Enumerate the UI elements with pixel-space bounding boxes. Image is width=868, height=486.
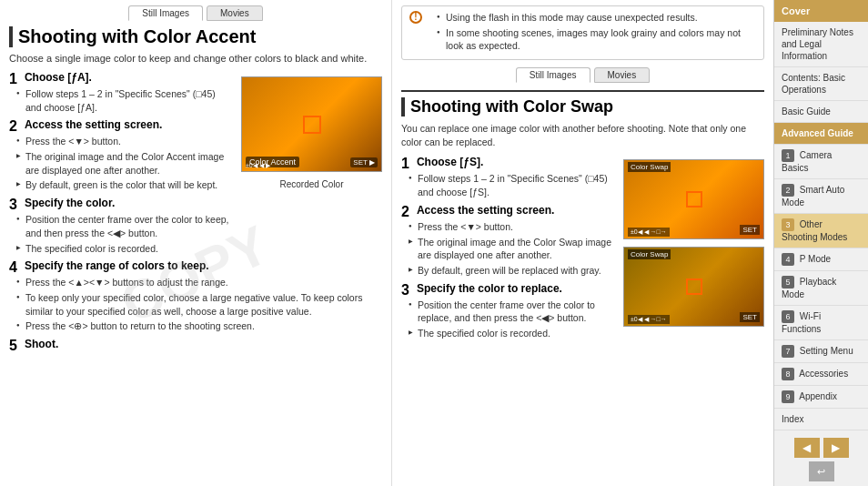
step-4-num: 4 bbox=[9, 259, 17, 276]
right-step-3-title: Specify the color to replace. bbox=[417, 282, 562, 295]
right-step-1-num: 1 bbox=[401, 156, 409, 172]
right-step-2: 2 Access the setting screen. Press the <… bbox=[401, 204, 614, 278]
step-3-bullet-1: Position the center frame over the color… bbox=[16, 213, 232, 239]
step-4-bullet-1: Press the <▲><▼> buttons to adjust the r… bbox=[16, 276, 382, 289]
sidebar-item-setting-menu[interactable]: 7 Setting Menu bbox=[774, 340, 868, 363]
right-step-2-bullet-1: Press the <▼> button. bbox=[409, 220, 614, 234]
right-step-1: 1 Choose [ƒS]. Follow steps 1 – 2 in "Sp… bbox=[401, 156, 614, 198]
sidebar-item-appendix[interactable]: 9 Appendix bbox=[774, 386, 868, 409]
step-2: 2 Access the setting screen. Press the <… bbox=[9, 118, 232, 192]
sidebar-label-accessories: Accessories bbox=[799, 369, 848, 379]
step-5-num: 5 bbox=[9, 338, 17, 354]
right-step-1-title: Choose [ƒS]. bbox=[417, 156, 483, 168]
right-step-2-arrows: The original image and the Color Swap im… bbox=[401, 236, 614, 278]
right-step-2-arrow-1: The original image and the Color Swap im… bbox=[409, 236, 614, 262]
sidebar-item-p-mode[interactable]: 4 P Mode bbox=[774, 248, 868, 271]
tab-movies-right[interactable]: Movies bbox=[594, 67, 651, 83]
sidebar-num-1: 1 bbox=[782, 149, 794, 162]
right-step-3-arrows: The specified color is recorded. bbox=[401, 327, 614, 340]
recorded-color-label: Recorded Color bbox=[279, 179, 343, 189]
right-step-1-bullets: Follow steps 1 – 2 in "Specific Scenes" … bbox=[401, 172, 614, 198]
set-badge-1: SET bbox=[740, 225, 760, 235]
set-badge-2: SET bbox=[740, 312, 760, 322]
nav-buttons: ◀ ▶ bbox=[794, 438, 849, 458]
sidebar-cover[interactable]: Cover bbox=[774, 0, 868, 22]
steps-text: 1 Choose [ƒA]. Follow steps 1 – 2 in "Sp… bbox=[9, 71, 232, 259]
sidebar-num-4: 4 bbox=[782, 253, 794, 266]
right-step-3-bullet-1: Position the center frame over the color… bbox=[409, 299, 614, 325]
step-3-arrows: The specified color is recorded. bbox=[9, 242, 232, 256]
sidebar-item-smart-auto[interactable]: 2 Smart Auto Mode bbox=[774, 179, 868, 214]
sidebar-item-wifi[interactable]: 6 Wi-Fi Functions bbox=[774, 306, 868, 340]
sidebar-num-8: 8 bbox=[782, 368, 794, 380]
page-title-left: Shooting with Color Accent bbox=[9, 26, 382, 47]
prev-page-button[interactable]: ◀ bbox=[794, 438, 820, 458]
right-tab-bar: Still Images Movies bbox=[401, 67, 764, 83]
sidebar-item-basic-guide[interactable]: Basic Guide bbox=[774, 101, 868, 123]
step-3-num: 3 bbox=[9, 197, 17, 213]
step-2-arrows: The original image and the Color Accent … bbox=[9, 150, 232, 192]
sidebar-item-contents[interactable]: Contents: Basic Operations bbox=[774, 67, 868, 101]
warning-bullet-2: In some shooting scenes, images may look… bbox=[437, 26, 756, 53]
image-controls: SET ▶ bbox=[350, 157, 378, 167]
sidebar-item-accessories[interactable]: 8 Accessories bbox=[774, 363, 868, 386]
steps-with-image: 1 Choose [ƒA]. Follow steps 1 – 2 in "Sp… bbox=[9, 71, 382, 259]
sidebar-label-setting-menu: Setting Menu bbox=[800, 346, 853, 356]
right-step-2-num: 2 bbox=[401, 204, 409, 220]
step-1: 1 Choose [ƒA]. Follow steps 1 – 2 in "Sp… bbox=[9, 71, 232, 114]
right-step-3-arrow-1: The specified color is recorded. bbox=[409, 327, 614, 340]
sidebar-num-9: 9 bbox=[782, 390, 794, 403]
step-4: 4 Specify the range of colors to keep. P… bbox=[9, 259, 382, 333]
right-step-3-bullets: Position the center frame over the color… bbox=[401, 299, 614, 325]
tab-movies-left[interactable]: Movies bbox=[207, 5, 263, 21]
right-images: Color Swap SET ±0◀ ◀ →□→ Color Swap SET … bbox=[623, 156, 764, 344]
step-4-bullet-2: To keep only your specified color, choos… bbox=[16, 291, 382, 318]
sidebar-item-index[interactable]: Index bbox=[774, 409, 868, 430]
right-steps-layout: 1 Choose [ƒS]. Follow steps 1 – 2 in "Sp… bbox=[401, 156, 764, 344]
step-4-title: Specify the range of colors to keep. bbox=[25, 259, 209, 272]
sidebar-item-preliminary[interactable]: Preliminary Notes and Legal Information bbox=[774, 22, 868, 67]
section-divider bbox=[401, 90, 764, 92]
step-4-bullets: Press the <▲><▼> buttons to adjust the r… bbox=[9, 276, 382, 333]
step-5-title: Shoot. bbox=[25, 338, 58, 350]
step-2-num: 2 bbox=[9, 118, 17, 135]
subtitle-left: Choose a single image color to keep and … bbox=[9, 53, 382, 64]
warning-text: Using the flash in this mode may cause u… bbox=[429, 11, 756, 55]
sidebar-item-playback-mode[interactable]: 5 Playback Mode bbox=[774, 271, 868, 306]
warning-bullets: Using the flash in this mode may cause u… bbox=[429, 11, 756, 53]
sidebar-num-7: 7 bbox=[782, 345, 794, 358]
swap-label-1: Color Swap bbox=[628, 162, 671, 172]
sidebar-item-advanced-guide[interactable]: Advanced Guide bbox=[774, 123, 868, 145]
sidebar-item-other-shooting[interactable]: 3 Other Shooting Modes bbox=[774, 214, 868, 248]
color-swap-desc: You can replace one image color with ano… bbox=[401, 122, 764, 148]
step-2-arrow-1: The original image and the Color Accent … bbox=[16, 150, 232, 177]
center-frame bbox=[303, 116, 321, 134]
color-accent-image: Color Accent SET ▶ ±0◀ ◀ ▶ bbox=[241, 76, 382, 172]
step-2-arrow-2: By default, green is the color that will… bbox=[16, 178, 232, 192]
swap-label-2: Color Swap bbox=[628, 249, 671, 259]
left-tab-bar: Still Images Movies bbox=[9, 5, 382, 21]
home-button[interactable]: ↩ bbox=[809, 461, 834, 481]
sidebar-num-3: 3 bbox=[782, 218, 794, 231]
next-page-button[interactable]: ▶ bbox=[823, 438, 849, 458]
sidebar-item-camera-basics[interactable]: 1 Camera Basics bbox=[774, 145, 868, 179]
step-3-arrow-1: The specified color is recorded. bbox=[16, 242, 232, 256]
image-section: Color Accent SET ▶ ±0◀ ◀ ▶ Recorded Colo… bbox=[241, 71, 382, 189]
step-1-num: 1 bbox=[9, 71, 17, 87]
right-step-2-arrow-2: By default, green will be replaced with … bbox=[409, 264, 614, 278]
tab-still-images-right[interactable]: Still Images bbox=[516, 67, 590, 83]
warning-bullet-1: Using the flash in this mode may cause u… bbox=[437, 11, 756, 25]
warning-box: ! Using the flash in this mode may cause… bbox=[401, 5, 764, 60]
step-1-title: Choose [ƒA]. bbox=[25, 71, 92, 84]
step-3: 3 Specify the color. Position the center… bbox=[9, 197, 232, 255]
right-step-1-bullet-1: Follow steps 1 – 2 in "Specific Scenes" … bbox=[409, 172, 614, 198]
right-step-2-title: Access the setting screen. bbox=[417, 204, 554, 217]
zoom-control: ±0◀ ◀ ▶ bbox=[246, 162, 270, 169]
color-swap-title: Shooting with Color Swap bbox=[401, 97, 764, 116]
right-step-3-num: 3 bbox=[401, 282, 409, 299]
tab-still-images-left[interactable]: Still Images bbox=[128, 5, 203, 21]
sidebar: Cover Preliminary Notes and Legal Inform… bbox=[773, 0, 868, 486]
sidebar-footer: ◀ ▶ ↩ 49 bbox=[774, 430, 868, 486]
controls-1: ±0◀ ◀ →□→ bbox=[628, 228, 670, 237]
step-1-bullet-1: Follow steps 1 – 2 in "Specific Scenes" … bbox=[16, 87, 232, 114]
